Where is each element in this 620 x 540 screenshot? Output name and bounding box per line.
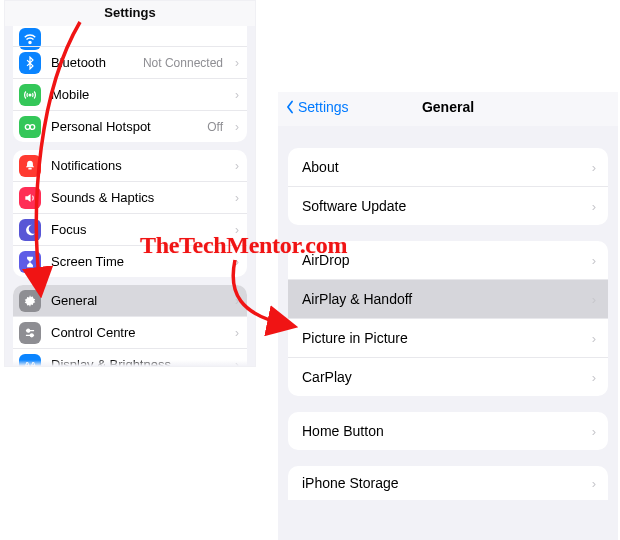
row-label: About: [302, 159, 339, 175]
settings-row-bluetooth[interactable]: Bluetooth Not Connected ›: [13, 46, 247, 78]
row-label: Sounds & Haptics: [51, 190, 154, 205]
speaker-icon: [19, 187, 41, 209]
general-row-pip[interactable]: Picture in Picture›: [288, 318, 608, 357]
general-row-about[interactable]: About›: [288, 148, 608, 186]
chevron-right-icon: ›: [235, 88, 239, 102]
chevron-right-icon: ›: [592, 253, 596, 268]
chevron-right-icon: ›: [592, 476, 596, 491]
chevron-right-icon: ›: [235, 191, 239, 205]
row-label: Focus: [51, 222, 86, 237]
about-group: About› Software Update›: [288, 148, 608, 225]
svg-point-0: [29, 41, 31, 43]
row-label: Control Centre: [51, 325, 136, 340]
general-row-iphonestorage[interactable]: iPhone Storage›: [288, 466, 608, 500]
row-label: Notifications: [51, 158, 122, 173]
chevron-right-icon: ›: [235, 56, 239, 70]
bell-icon: [19, 155, 41, 177]
chevron-right-icon: ›: [592, 331, 596, 346]
switches-icon: [19, 322, 41, 344]
svg-point-9: [30, 333, 33, 336]
moon-icon: [19, 219, 41, 241]
settings-row-mobile[interactable]: Mobile ›: [13, 78, 247, 110]
chevron-right-icon: ›: [235, 326, 239, 340]
row-label: Home Button: [302, 423, 384, 439]
general-panel: Settings General About› Software Update›…: [278, 92, 618, 540]
connectivity-group: Bluetooth Not Connected › Mobile › Perso…: [13, 26, 247, 142]
airplay-group: AirDrop› AirPlay & Handoff› Picture in P…: [288, 241, 608, 396]
settings-row-controlcentre[interactable]: Control Centre ›: [13, 316, 247, 348]
settings-row-notifications[interactable]: Notifications ›: [13, 150, 247, 181]
row-label: Software Update: [302, 198, 406, 214]
bluetooth-icon: [19, 52, 41, 74]
settings-row-hotspot[interactable]: Personal Hotspot Off ›: [13, 110, 247, 142]
svg-point-2: [25, 124, 30, 129]
general-row-carplay[interactable]: CarPlay›: [288, 357, 608, 396]
settings-row-sounds[interactable]: Sounds & Haptics ›: [13, 181, 247, 213]
settings-title: Settings: [104, 5, 155, 20]
chevron-left-icon: [284, 100, 296, 114]
row-label: Screen Time: [51, 254, 124, 269]
row-aux: Not Connected: [143, 56, 223, 70]
homebutton-group: Home Button›: [288, 412, 608, 450]
settings-row-wifi[interactable]: [13, 26, 247, 46]
general-row-softwareupdate[interactable]: Software Update›: [288, 186, 608, 225]
chevron-right-icon: ›: [235, 159, 239, 173]
general-row-homebutton[interactable]: Home Button›: [288, 412, 608, 450]
row-label: iPhone Storage: [302, 475, 399, 491]
antenna-icon: [19, 84, 41, 106]
general-title: General: [422, 99, 474, 115]
general-row-airplayhandoff[interactable]: AirPlay & Handoff›: [288, 279, 608, 318]
general-group: General › Control Centre › AA Display & …: [13, 285, 247, 367]
row-label: Bluetooth: [51, 55, 106, 70]
svg-rect-4: [28, 167, 32, 169]
row-label: CarPlay: [302, 369, 352, 385]
watermark-text: TheTechMentor.com: [140, 232, 347, 259]
row-label: Picture in Picture: [302, 330, 408, 346]
back-label: Settings: [298, 99, 349, 115]
chevron-right-icon: ›: [592, 424, 596, 439]
row-aux: Off: [207, 120, 223, 134]
general-header: Settings General: [278, 92, 618, 126]
chevron-right-icon: ›: [592, 292, 596, 307]
chevron-right-icon: ›: [592, 370, 596, 385]
hourglass-icon: [19, 251, 41, 273]
scroll-fade: [5, 360, 255, 366]
chevron-right-icon: ›: [592, 199, 596, 214]
chevron-right-icon: ›: [235, 294, 239, 308]
chevron-right-icon: ›: [235, 120, 239, 134]
hotspot-icon: [19, 116, 41, 138]
svg-point-1: [29, 94, 31, 96]
settings-row-general[interactable]: General ›: [13, 285, 247, 316]
row-label: Mobile: [51, 87, 89, 102]
svg-point-7: [27, 329, 30, 332]
row-label: General: [51, 293, 97, 308]
gear-icon: [19, 290, 41, 312]
settings-panel: Settings Bluetooth Not Connected › Mobil…: [4, 0, 256, 367]
row-label: Personal Hotspot: [51, 119, 151, 134]
row-label: AirPlay & Handoff: [302, 291, 412, 307]
chevron-right-icon: ›: [592, 160, 596, 175]
svg-point-3: [30, 124, 35, 129]
storage-group: iPhone Storage›: [288, 466, 608, 500]
back-button[interactable]: Settings: [284, 99, 349, 115]
settings-header: Settings: [5, 1, 255, 26]
